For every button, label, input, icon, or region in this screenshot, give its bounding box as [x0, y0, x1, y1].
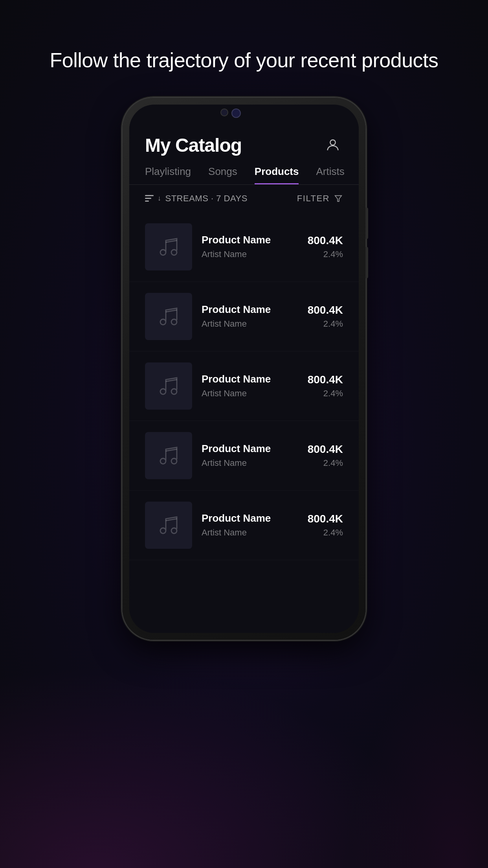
artist-name: Artist Name [202, 388, 298, 399]
product-name: Product Name [202, 234, 298, 246]
product-item[interactable]: Product Name Artist Name 800.4K 2.4% [129, 491, 359, 560]
music-note-icon [158, 236, 180, 258]
tab-products[interactable]: Products [255, 166, 299, 184]
hero-section: Follow the trajectory of your recent pro… [50, 47, 438, 74]
product-thumbnail [145, 293, 192, 340]
product-info: Product Name Artist Name [202, 373, 298, 399]
product-thumbnail [145, 362, 192, 410]
product-item[interactable]: Product Name Artist Name 800.4K 2.4% [129, 212, 359, 282]
music-note-icon [158, 305, 180, 327]
artist-name: Artist Name [202, 249, 298, 259]
stream-percent: 2.4% [308, 249, 343, 259]
app-content: My Catalog Playlisting Songs Products Ar… [129, 119, 359, 633]
stream-percent: 2.4% [308, 458, 343, 468]
sort-control[interactable]: ↓ STREAMS · 7 DAYS [145, 193, 248, 204]
artist-name: Artist Name [202, 319, 298, 329]
phone-mockup: My Catalog Playlisting Songs Products Ar… [122, 97, 366, 640]
filter-bar: ↓ STREAMS · 7 DAYS FILTER [129, 185, 359, 212]
product-stats: 800.4K 2.4% [308, 304, 343, 329]
filter-control[interactable]: FILTER [297, 193, 343, 204]
music-note-icon [158, 445, 180, 467]
svg-marker-1 [335, 195, 342, 201]
product-thumbnail [145, 432, 192, 479]
product-info: Product Name Artist Name [202, 303, 298, 329]
sort-arrow-icon: ↓ [158, 194, 161, 202]
nav-tabs: Playlisting Songs Products Artists [129, 156, 359, 184]
phone-notch [205, 105, 283, 119]
phone-side-button-2 [366, 247, 368, 278]
app-title: My Catalog [145, 134, 242, 156]
svg-point-0 [330, 140, 335, 145]
sort-label: STREAMS · 7 DAYS [165, 193, 248, 204]
stream-percent: 2.4% [308, 528, 343, 538]
product-list: Product Name Artist Name 800.4K 2.4% [129, 212, 359, 560]
product-thumbnail [145, 502, 192, 549]
hero-headline: Follow the trajectory of your recent pro… [50, 47, 438, 74]
stream-count: 800.4K [308, 234, 343, 247]
product-stats: 800.4K 2.4% [308, 234, 343, 259]
product-item[interactable]: Product Name Artist Name 800.4K 2.4% [129, 421, 359, 491]
product-item[interactable]: Product Name Artist Name 800.4K 2.4% [129, 282, 359, 351]
product-name: Product Name [202, 303, 298, 316]
app-header: My Catalog [129, 119, 359, 156]
tab-playlisting[interactable]: Playlisting [145, 166, 191, 184]
phone-screen: My Catalog Playlisting Songs Products Ar… [129, 105, 359, 633]
filter-label: FILTER [297, 193, 330, 204]
product-stats: 800.4K 2.4% [308, 513, 343, 538]
product-info: Product Name Artist Name [202, 443, 298, 468]
product-name: Product Name [202, 512, 298, 524]
product-thumbnail [145, 223, 192, 270]
stream-percent: 2.4% [308, 388, 343, 399]
sort-icon [145, 195, 154, 202]
tab-songs[interactable]: Songs [208, 166, 237, 184]
stream-count: 800.4K [308, 304, 343, 316]
product-stats: 800.4K 2.4% [308, 443, 343, 468]
product-name: Product Name [202, 373, 298, 385]
product-info: Product Name Artist Name [202, 234, 298, 259]
tab-artists[interactable]: Artists [316, 166, 344, 184]
product-info: Product Name Artist Name [202, 512, 298, 538]
filter-icon [334, 194, 343, 203]
stream-count: 800.4K [308, 443, 343, 456]
profile-button[interactable] [323, 135, 343, 155]
product-name: Product Name [202, 443, 298, 455]
artist-name: Artist Name [202, 458, 298, 468]
phone-frame: My Catalog Playlisting Songs Products Ar… [122, 97, 366, 640]
music-note-icon [158, 514, 180, 536]
product-item[interactable]: Product Name Artist Name 800.4K 2.4% [129, 351, 359, 421]
stream-count: 800.4K [308, 513, 343, 525]
stream-count: 800.4K [308, 373, 343, 386]
product-stats: 800.4K 2.4% [308, 373, 343, 399]
stream-percent: 2.4% [308, 319, 343, 329]
music-note-icon [158, 375, 180, 397]
phone-side-button [366, 208, 368, 239]
artist-name: Artist Name [202, 528, 298, 538]
